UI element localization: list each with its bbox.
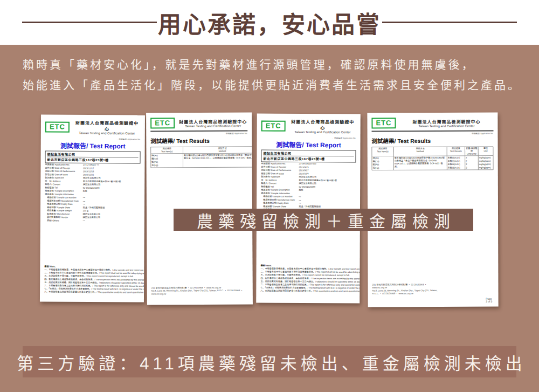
metal-name: 汞(Hg) — [151, 163, 182, 167]
bottom-banner-text: 第三方驗證：411項農藥殘留未檢出、重金屬檢測未檢出 — [17, 350, 526, 374]
title-line-right — [382, 22, 517, 23]
loq-list: 2222 — [465, 156, 479, 170]
method-text: 衛生福利部103年9月25日部授食字第1031901850號公告修正「食品中重金… — [394, 156, 447, 170]
org-name-en: Taiwan Testing and Certification Center — [178, 124, 247, 128]
intro-line-1: 賴時真「藥材安心化」，就是先對藥材進行源頭管理，確認原料使用無虞後， — [23, 54, 532, 75]
application-ref: ．申請編號/ Application No. — [299, 136, 356, 138]
field-value: 黑棗 — [299, 189, 303, 192]
results-table-body: 砷(As)鎘(Cd)鉛(Pb)汞(Hg) 衛生福利部103年9月25日部授食字第… — [151, 153, 253, 167]
mid-banner: 農藥殘留檢測＋重金屬檢測 — [174, 209, 473, 231]
result-value: 未檢出(N.D.) — [448, 166, 465, 169]
col-loq: 定量/偵測極限LOQ/LOD — [465, 147, 479, 155]
col-result: 測試結果Test Results — [447, 147, 465, 156]
note-line: 八、本測試報告之測試項目係定量分析及半定量分析。/ The quantitati… — [44, 291, 140, 294]
etc-logo: ETC — [261, 121, 286, 132]
field-value: — — [82, 219, 85, 222]
applicant-address: 新北市新店區中興路三段167巷25號1樓 — [263, 156, 354, 162]
org-name-cn: 財團法人台灣商品檢測驗證中心 — [399, 118, 493, 125]
org-name-en: Taiwan Testing and Certification Center — [289, 130, 356, 134]
applicant-company: 順記生活有限公司 — [47, 152, 139, 157]
org-name-cn: 財團法人台灣商品檢測驗證中心 — [289, 119, 356, 131]
col-unit: 單位Unit — [479, 147, 493, 155]
cert-footer-row: 231 新北市新店區文明街29巷8號1樓 ・ 02-29130968 ・ www… — [372, 283, 494, 304]
mid-banner-text: 農藥殘留檢測＋重金屬檢測 — [197, 208, 455, 232]
cert-footer: 231 新北市新店區文明街29巷8號1樓 ・ 02-29130968 ・ www… — [151, 286, 248, 295]
application-ref: ．申請編號/ Application No. — [84, 137, 141, 140]
org-name-cn: 財團法人台灣商品檢測驗證中心 — [178, 118, 247, 125]
application-ref: ．申請編號/ Application No. — [189, 132, 247, 134]
method-text: 衛生福利部103年9月25日部授食字第1031901850號公告修正「食品中重金… — [183, 153, 253, 167]
col-method: 測試方法Method — [183, 147, 253, 153]
org-name-cn: 財團法人台灣商品檢測驗證中心 — [73, 120, 141, 132]
cert1-header: ETC 財團法人台灣商品檢測驗證中心 Taiwan Testing and Ce… — [45, 119, 141, 135]
cert-footer: 231 新北市新店區文明街29巷8號1樓 ・ 02-29130968 ・ www… — [372, 283, 438, 295]
etc-logo: ETC — [150, 118, 175, 128]
intro-line-2: 始能進入「產品生活化」階段，以能提供更貼近消費者生活需求且安全便利之產品。 — [23, 75, 532, 95]
report-title: 測試報告/ Test Report — [261, 140, 356, 149]
applicant-company: 順記生活有限公司 — [263, 151, 354, 156]
results-title: 測試結果/ Test Results — [150, 136, 247, 145]
org-name-en: Taiwan Testing and Certification Center — [399, 124, 493, 128]
note-line: 八、本測試報告之測試項目係定量分析及半定量分析。/ The quantitati… — [260, 290, 355, 293]
applicant-box: 順記生活有限公司 新北市新店區中興路三段167巷25號1樓 — [45, 150, 141, 163]
title-band: 用心承諾，安心品嘗 — [0, 0, 539, 45]
report-fields: 申請編號/ Application No.23-12-AN4xx-77收件日期/… — [45, 163, 140, 223]
col-item: 測試項目Test Item(s) — [151, 147, 183, 154]
metal-list: 砷(As)鎘(Cd)鉛(Pb)汞(Hg) — [151, 154, 183, 168]
metal-name: 汞(Hg) — [372, 167, 392, 170]
unit-list: mg/kg(ppm)mg/kg(ppm)mg/kg(ppm)mg/kg(ppm) — [479, 156, 493, 170]
results-title: 測試結果/ Test Results — [372, 136, 494, 145]
cert2-org: 財團法人台灣商品檢測驗證中心 Taiwan Testing and Certif… — [178, 118, 247, 128]
certificate-test-report-1: ETC 財團法人台灣商品檢測驗證中心 Taiwan Testing and Ce… — [40, 114, 145, 302]
page-number: Page 3 of 3 — [486, 298, 493, 303]
metal-list: 砷(As)鎘(Cd)鉛(Pb)汞(Hg) — [372, 156, 393, 170]
results-table-body: 砷(As)鎘(Cd)鉛(Pb)汞(Hg) 衛生福利部103年9月25日部授食字第… — [372, 156, 493, 170]
results-table-header: 測試項目Test Item(s) 測試方法Method 測試結果Test Res… — [372, 147, 493, 156]
notes-block: 備註/ Note： 一、本報告僅對來樣負責，本報告未經本中心書面核准不得部分複製… — [44, 265, 140, 294]
notes-block: 備註/ Note： 一、本報告僅對來樣負責，本報告未經本中心書面核准不得部分複製… — [260, 264, 355, 293]
title-line-left — [22, 22, 157, 23]
bottom-banner: 第三方驗證：411項農藥殘留未檢出、重金屬檢測未檢出 — [23, 346, 516, 377]
cert4-header: ETC 財團法人台灣商品檢測驗證中心 Taiwan Testing and Ce… — [371, 118, 493, 129]
cert3-header: ETC 財團法人台灣商品檢測驗證中心 Taiwan Testing and Ce… — [261, 119, 356, 134]
page-title: 用心承諾，安心品嘗 — [158, 6, 381, 39]
col-item: 測試項目Test Item(s) — [372, 147, 393, 156]
field-row: 其他/ Others— — [45, 219, 140, 223]
page: 用心承諾，安心品嘗 賴時真「藥材安心化」，就是先對藥材進行源頭管理，確認原料使用… — [0, 0, 539, 392]
field-value: 順記生活有限公司 — [83, 216, 101, 219]
etc-logo: ETC — [371, 118, 396, 128]
cert1-org: 財團法人台灣商品檢測驗證中心 Taiwan Testing and Certif… — [73, 120, 141, 135]
result-list: 未檢出(N.D.)未檢出(N.D.)未檢出(N.D.)未檢出(N.D.) — [447, 156, 465, 170]
cert2-header: ETC 財團法人台灣商品檢測驗證中心 Taiwan Testing and Ce… — [150, 118, 247, 129]
col-method: 測試方法Method — [394, 147, 447, 156]
results-table: 測試項目Test Item(s) 測試方法Method 測試結果Test Res… — [150, 146, 253, 168]
field-label: 其他/ Others — [45, 219, 83, 223]
application-ref: ．申請編號/ Application No. — [420, 132, 494, 134]
footer-address-cn: 231 新北市新店區文明街29巷8號1樓 ・ 02-29130968 ・ www… — [372, 283, 438, 289]
cert3-org: 財團法人台灣商品檢測驗證中心 Taiwan Testing and Certif… — [289, 119, 356, 134]
results-table-wrap: 測試項目Test Item(s) 測試方法Method 測試結果Test Res… — [372, 147, 494, 170]
etc-logo: ETC — [45, 121, 70, 132]
intro-paragraph: 賴時真「藥材安心化」，就是先對藥材進行源頭管理，確認原料使用無虞後， 始能進入「… — [23, 54, 532, 95]
loq-value: 2 — [466, 166, 478, 169]
results-table-header: 測試項目Test Item(s) 測試方法Method 測試結果Test Res… — [151, 146, 253, 154]
report-title: 測試報告/ Test Report — [45, 140, 141, 150]
unit-value: mg/kg(ppm) — [479, 166, 493, 169]
applicant-address: 新北市新店區中興路三段167巷25號1樓 — [47, 156, 139, 162]
footer-address-en: No.8, Lane 29, Wenming St., Xindian Dist… — [151, 289, 248, 295]
field-value: 紅棗 — [83, 190, 87, 193]
applicant-box: 順記生活有限公司 新北市新店區中興路三段167巷25號1樓 — [261, 150, 356, 163]
footer-address-en: No.8, Lane 29, Wenming St., Xindian Dist… — [372, 289, 438, 295]
org-name-en: Taiwan Testing and Certification Center — [73, 132, 141, 135]
results-table-wrap: 測試項目Test Item(s) 測試方法Method 測試結果Test Res… — [150, 147, 247, 168]
results-table: 測試項目Test Item(s) 測試方法Method 測試結果Test Res… — [372, 147, 494, 170]
cert4-org: 財團法人台灣商品檢測驗證中心 Taiwan Testing and Certif… — [399, 118, 493, 128]
